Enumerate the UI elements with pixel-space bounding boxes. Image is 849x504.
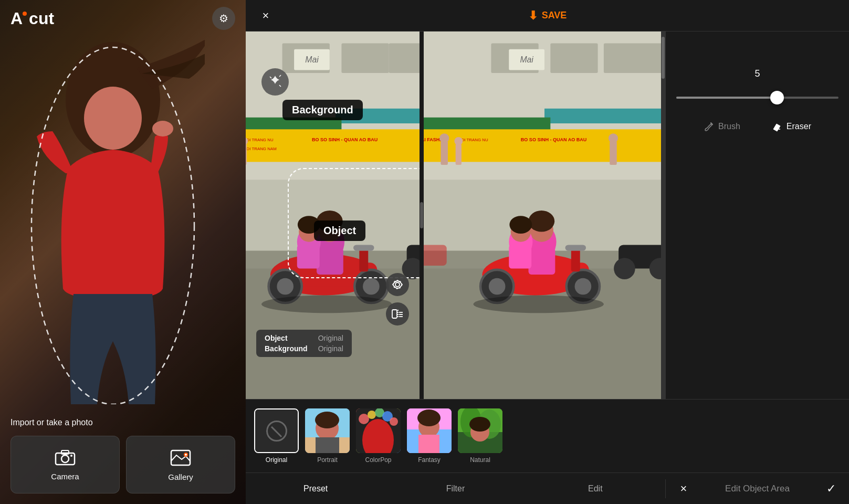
filter-item-original[interactable]: Original [254,408,299,464]
slider-thumb[interactable] [770,91,784,104]
save-button[interactable]: ⬇ SAVE [528,9,567,23]
filter-thumb-natural[interactable] [458,408,502,453]
filter-label-portrait: Portrait [317,456,338,464]
svg-point-110 [315,412,339,428]
filter-thumb-portrait[interactable] [305,408,350,453]
left-panel: A cut ⚙ Import or take a photo Camera [0,0,246,504]
background-tooltip-text: Background [292,104,353,116]
svg-rect-20 [246,129,420,162]
natural-thumb-inner [458,408,502,453]
svg-rect-125 [418,435,439,453]
svg-rect-58 [392,310,397,318]
gallery-label: Gallery [168,472,193,481]
svg-point-95 [529,211,555,232]
settings-button[interactable]: ⚙ [212,7,235,30]
filter-scroll-area[interactable]: Original Portrait [246,400,849,472]
svg-line-53 [270,77,271,78]
eye-icon [392,279,403,290]
preview-scrollbar[interactable] [661,32,665,399]
filter-item-portrait[interactable]: Portrait [305,408,350,464]
filter-item-colorpop[interactable]: ColorPop [356,408,401,464]
app-logo: A cut [11,9,54,28]
svg-point-116 [359,414,369,424]
svg-rect-80 [610,141,617,165]
divider-handle[interactable] [420,202,423,228]
eraser-tool-button[interactable]: Eraser [761,116,822,137]
cancel-edit-button[interactable]: × [674,479,693,498]
camera-label: Camera [51,472,79,481]
save-label: SAVE [542,10,567,21]
brush-tool-button[interactable]: Brush [693,116,751,137]
preview-scene-svg: Mai MAI FASHION THOI TRANG NU BO SO SINH… [424,32,665,399]
svg-rect-76 [441,141,448,165]
viewport-divider [420,32,424,399]
svg-point-2 [152,121,173,136]
svg-rect-78 [456,144,462,165]
filter-thumb-fantasy[interactable] [407,408,452,453]
spacer [676,42,838,58]
svg-point-124 [417,410,441,426]
scrollbar-thumb[interactable] [662,37,665,79]
bottom-section: Original Portrait [246,399,849,504]
svg-point-35 [277,278,294,295]
portrait-thumb-inner [305,408,350,453]
object-status-value: Original [318,334,343,342]
tab-filter[interactable]: Filter [385,484,525,494]
svg-rect-67 [604,44,663,73]
gallery-button[interactable]: Gallery [126,436,235,494]
natural-preview [458,408,502,453]
brush-icon [704,121,714,132]
logo-word-cut: cut [29,9,54,28]
svg-point-99 [509,216,532,234]
svg-text:BO SO SINH - QUAN AO BAU: BO SO SINH - QUAN AO BAU [521,137,586,142]
filter-thumb-original[interactable] [254,408,299,453]
main-area: × ⬇ SAVE [246,0,849,504]
brush-label: Brush [718,122,740,131]
filter-label-natural: Natural [470,456,490,464]
camera-icon [55,449,76,466]
svg-text:THOI TRANG NAM: THOI TRANG NAM [246,146,277,151]
confirm-edit-button[interactable]: ✓ [822,479,841,498]
right-panel-controls: 5 Brush [666,32,849,399]
svg-text:Mai: Mai [520,55,533,64]
visibility-toggle-button[interactable] [386,273,409,296]
portrait-preview [305,408,350,453]
svg-rect-70 [544,109,665,123]
svg-point-79 [454,137,463,145]
eraser-icon [772,121,782,132]
right-edit-panel: 5 Brush [665,32,849,399]
camera-button[interactable]: Camera [11,436,120,494]
brush-size-slider[interactable] [676,90,838,106]
svg-point-102 [614,258,635,279]
object-tooltip: Object [314,220,365,241]
split-view-button[interactable] [386,302,409,326]
filter-item-fantasy[interactable]: Fantasy [407,408,452,464]
svg-line-55 [279,75,281,77]
svg-point-48 [261,295,392,313]
magic-wand-button[interactable] [261,68,289,96]
filter-item-natural[interactable]: Natural [458,408,502,464]
edit-viewport[interactable]: Mai MAI FASHION THOI TRANG NU BO SO SINH… [246,32,420,399]
tab-edit[interactable]: Edit [526,484,665,494]
svg-point-131 [469,417,490,432]
svg-point-57 [393,280,402,289]
svg-point-7 [70,455,72,457]
preview-viewport: Mai MAI FASHION THOI TRANG NU BO SO SINH… [424,32,665,399]
svg-point-120 [390,417,398,426]
status-rows: Object Background Original Original [265,334,343,353]
object-tooltip-text: Object [323,225,356,236]
woman-silhouette [16,26,205,404]
svg-text:BO SO SINH - QUAN AO BAU: BO SO SINH - QUAN AO BAU [312,137,378,142]
top-bar: × ⬇ SAVE [246,0,849,32]
fantasy-preview [407,408,452,453]
background-status-value: Original [318,344,343,353]
eraser-label: Eraser [787,122,811,131]
svg-point-100 [474,295,604,313]
edit-object-area-label: Edit Object Area [699,484,815,494]
filter-thumb-colorpop[interactable] [356,408,401,453]
close-button[interactable]: × [256,6,275,25]
gallery-icon [170,448,191,466]
tool-buttons-container: Brush Eraser [676,116,838,137]
tab-preset[interactable]: Preset [246,484,385,494]
colorpop-preview [356,408,401,453]
